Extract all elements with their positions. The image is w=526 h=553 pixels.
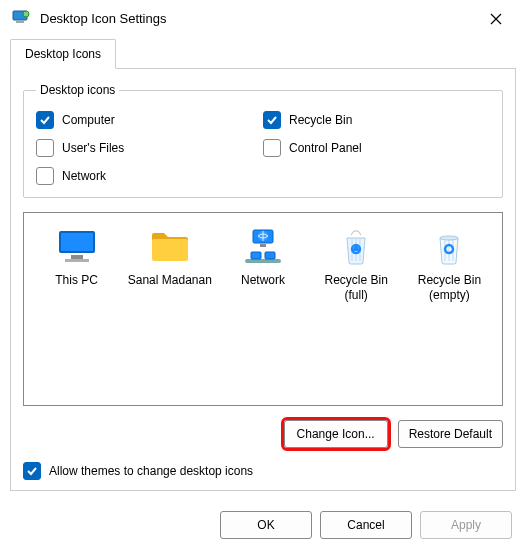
checkbox-box (36, 111, 54, 129)
checkbox-grid: Computer Recycle Bin User's Files (36, 111, 490, 185)
checkbox-box (263, 111, 281, 129)
checkbox-controlpanel[interactable]: Control Panel (263, 139, 490, 157)
network-icon (218, 225, 307, 267)
ok-button[interactable]: OK (220, 511, 312, 539)
checkbox-box (23, 462, 41, 480)
svg-rect-9 (260, 244, 266, 247)
svg-point-13 (440, 236, 458, 240)
svg-point-2 (23, 11, 29, 17)
content-area: Desktop Icons Desktop icons Computer (0, 37, 526, 499)
desktop-icons-group: Desktop icons Computer Recycle Bin (23, 83, 503, 198)
apply-button[interactable]: Apply (420, 511, 512, 539)
checkbox-userfiles[interactable]: User's Files (36, 139, 263, 157)
icon-buttons-row: Change Icon... Restore Default (23, 420, 503, 448)
dialog-title: Desktop Icon Settings (40, 11, 166, 26)
checkbox-label: User's Files (62, 141, 124, 155)
checkbox-computer[interactable]: Computer (36, 111, 263, 129)
recycle-full-icon (312, 225, 401, 267)
tabstrip: Desktop Icons (10, 39, 516, 69)
tab-panel: Desktop icons Computer Recycle Bin (10, 69, 516, 491)
checkbox-label: Computer (62, 113, 115, 127)
checkbox-allow-themes[interactable]: Allow themes to change desktop icons (23, 462, 503, 480)
folder-icon (125, 225, 214, 267)
dialog-window: Desktop Icon Settings Desktop Icons Desk… (0, 0, 526, 553)
preview-label: This PC (32, 273, 121, 288)
svg-rect-12 (265, 252, 275, 259)
checkbox-label: Control Panel (289, 141, 362, 155)
restore-default-button[interactable]: Restore Default (398, 420, 503, 448)
checkbox-box (36, 139, 54, 157)
preview-item-thispc[interactable]: This PC (32, 225, 121, 288)
monitor-icon (32, 225, 121, 267)
change-icon-button[interactable]: Change Icon... (284, 420, 388, 448)
dialog-footer: OK Cancel Apply (0, 499, 526, 553)
checkbox-box (36, 167, 54, 185)
check-icon (39, 114, 51, 126)
tab-desktop-icons[interactable]: Desktop Icons (10, 39, 116, 69)
checkbox-recyclebin[interactable]: Recycle Bin (263, 111, 490, 129)
checkbox-network[interactable]: Network (36, 167, 263, 185)
checkbox-box (263, 139, 281, 157)
preview-item-recycleempty[interactable]: Recycle Bin (empty) (405, 225, 494, 303)
check-icon (266, 114, 278, 126)
group-legend: Desktop icons (36, 83, 119, 97)
titlebar: Desktop Icon Settings (0, 0, 526, 37)
preview-label: Network (218, 273, 307, 288)
checkbox-label: Recycle Bin (289, 113, 352, 127)
preview-item-userfolder[interactable]: Sanal Madanan (125, 225, 214, 288)
preview-label: Recycle Bin (empty) (405, 273, 494, 303)
icon-preview-list: This PC Sanal Madanan (23, 212, 503, 406)
preview-label: Recycle Bin (full) (312, 273, 401, 303)
svg-rect-11 (251, 252, 261, 259)
app-icon (12, 8, 30, 29)
svg-rect-1 (16, 21, 24, 23)
check-icon (26, 465, 38, 477)
svg-rect-5 (71, 255, 83, 259)
preview-item-network[interactable]: Network (218, 225, 307, 288)
recycle-empty-icon (405, 225, 494, 267)
svg-rect-4 (61, 233, 93, 251)
checkbox-label: Allow themes to change desktop icons (49, 464, 253, 478)
close-button[interactable] (478, 1, 514, 37)
preview-label: Sanal Madanan (125, 273, 214, 288)
preview-item-recyclefull[interactable]: Recycle Bin (full) (312, 225, 401, 303)
cancel-button[interactable]: Cancel (320, 511, 412, 539)
svg-rect-6 (65, 259, 89, 262)
svg-rect-7 (152, 239, 188, 261)
checkbox-label: Network (62, 169, 106, 183)
